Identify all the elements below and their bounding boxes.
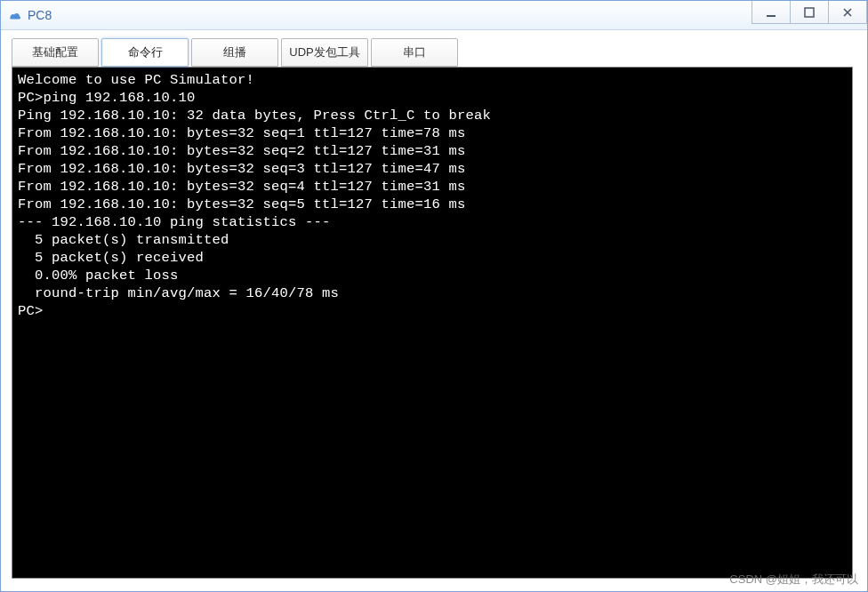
maximize-button[interactable] [790,1,829,24]
terminal-line: 5 packet(s) received [18,249,847,267]
terminal-line: Welcome to use PC Simulator! [18,71,847,89]
terminal-line: Ping 192.168.10.10: 32 data bytes, Press… [18,107,847,124]
terminal-line: round-trip min/avg/max = 16/40/78 ms [18,284,847,302]
app-icon [6,7,22,23]
tab-command-line[interactable]: 命令行 [101,38,189,67]
minimize-button[interactable] [751,1,791,24]
content-area: 基础配置 命令行 组播 UDP发包工具 串口 Welcome to use PC… [1,30,867,591]
terminal[interactable]: Welcome to use PC Simulator! PC>ping 192… [12,67,853,579]
terminal-line: PC>ping 192.168.10.10 [18,89,847,107]
svg-rect-0 [767,15,776,17]
terminal-prompt: PC> [18,302,847,320]
close-button[interactable] [828,1,867,24]
watermark: CSDN @姐姐，我还可以 [729,572,858,588]
window-controls [752,1,867,30]
tab-serial[interactable]: 串口 [371,38,458,67]
terminal-line: From 192.168.10.10: bytes=32 seq=3 ttl=1… [18,160,847,178]
tab-basic-config[interactable]: 基础配置 [12,38,99,67]
application-window: PC8 基础配置 命令行 组播 UDP发包工具 串口 Welcome to us… [0,0,868,592]
titlebar[interactable]: PC8 [1,1,867,30]
tab-udp-packet-tool[interactable]: UDP发包工具 [281,38,368,67]
terminal-line: From 192.168.10.10: bytes=32 seq=1 ttl=1… [18,124,847,142]
window-title: PC8 [28,8,52,22]
terminal-line: 0.00% packet loss [18,267,847,284]
svg-rect-1 [805,8,814,17]
terminal-line: From 192.168.10.10: bytes=32 seq=5 ttl=1… [18,196,847,213]
terminal-line: --- 192.168.10.10 ping statistics --- [18,213,847,231]
tabstrip: 基础配置 命令行 组播 UDP发包工具 串口 [12,38,856,67]
terminal-line: 5 packet(s) transmitted [18,231,847,249]
terminal-line: From 192.168.10.10: bytes=32 seq=4 ttl=1… [18,178,847,196]
terminal-line: From 192.168.10.10: bytes=32 seq=2 ttl=1… [18,142,847,160]
tab-multicast[interactable]: 组播 [191,38,278,67]
